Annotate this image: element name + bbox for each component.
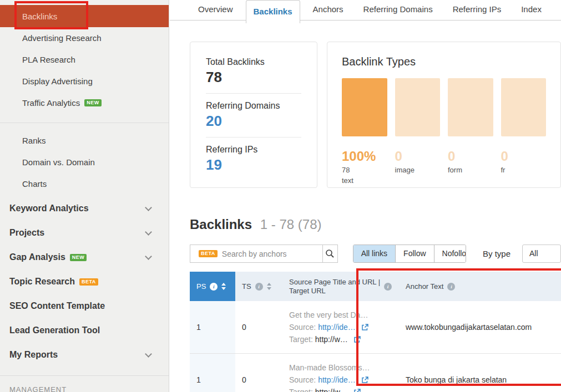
metric-label: Referring Domains <box>206 101 301 111</box>
source-cell: Get the very best Da… Source: http://ide… <box>282 301 399 353</box>
referring-ips-value[interactable]: 19 <box>206 156 301 174</box>
info-icon[interactable]: i <box>384 283 392 291</box>
bar-value: 0 <box>501 149 547 164</box>
type-column-text[interactable]: 100% 78 text <box>342 78 387 185</box>
filter-nofollow[interactable]: Nofollow <box>434 245 466 262</box>
external-link-icon[interactable] <box>361 324 368 331</box>
sidebar-item-seo-content-template[interactable]: SEO Content Template <box>0 294 169 318</box>
source-url-link[interactable]: http://ide… <box>318 375 356 384</box>
sidebar-item-label: Charts <box>22 179 47 189</box>
info-icon[interactable]: i <box>447 283 455 291</box>
divider <box>206 137 301 138</box>
sidebar-item-display-advertising[interactable]: Display Advertising <box>0 70 169 92</box>
report-tabs: Overview Backlinks Anchors Referring Dom… <box>170 0 561 21</box>
ps-cell: 1 <box>190 301 235 353</box>
card-title: Backlink Types <box>342 55 546 68</box>
info-icon[interactable]: i <box>210 283 218 291</box>
backlinks-table: PS i TS i Source Page Title and URL | Ta… <box>190 272 561 392</box>
main-content: Overview Backlinks Anchors Referring Dom… <box>170 0 561 392</box>
sidebar-item-label: Advertising Research <box>22 33 102 43</box>
sidebar-item-backlinks[interactable]: Backlinks <box>0 5 169 27</box>
chevron-down-icon <box>145 204 152 211</box>
anchor-search: BETA <box>190 245 323 263</box>
follow-filter-group: All links Follow Nofollow <box>353 245 466 263</box>
bar-label: text <box>342 177 387 185</box>
sidebar-item-label: Keyword Analytics <box>9 203 89 213</box>
table-row: 1 0 Man-made Blossoms… Source: http://id… <box>190 354 561 392</box>
metric-label: Referring IPs <box>206 145 301 155</box>
filter-follow[interactable]: Follow <box>395 245 433 262</box>
sidebar-item-gap-analysis[interactable]: Gap Analysis NEW <box>0 245 169 269</box>
new-badge: NEW <box>84 99 102 106</box>
sidebar-item-label: Display Advertising <box>22 77 93 86</box>
tab-referring-domains[interactable]: Referring Domains <box>356 0 440 20</box>
sidebar-item-my-reports[interactable]: My Reports <box>0 343 169 367</box>
bar-value: 100% <box>342 149 387 164</box>
sidebar-item-topic-research[interactable]: Topic Research BETA <box>0 269 169 294</box>
sidebar-item-lead-generation-tool[interactable]: Lead Generation Tool <box>0 318 169 343</box>
external-link-icon[interactable] <box>353 336 361 343</box>
beta-badge: BETA <box>199 250 218 257</box>
sidebar-item-pla-research[interactable]: PLA Research <box>0 49 169 70</box>
tab-overview[interactable]: Overview <box>191 0 240 20</box>
target-url: http://w… <box>315 388 348 392</box>
search-icon <box>325 249 335 258</box>
sidebar-item-domain-vs-domain[interactable]: Domain vs. Domain <box>0 151 169 173</box>
sort-icon <box>221 283 226 290</box>
sidebar: Backlinks Advertising Research PLA Resea… <box>0 0 169 392</box>
source-page-title: Get the very best Da… <box>289 309 392 321</box>
sidebar-item-label: Backlinks <box>22 12 57 21</box>
type-column-frame[interactable]: 0 fr <box>501 78 547 185</box>
search-input[interactable] <box>222 250 322 258</box>
sidebar-item-projects[interactable]: Projects <box>0 221 169 245</box>
page-title: Backlinks 1 - 78 (78) <box>190 217 561 232</box>
ps-cell: 1 <box>190 354 235 392</box>
referring-domains-value[interactable]: 20 <box>206 113 301 130</box>
sidebar-item-label: My Reports <box>9 350 58 360</box>
external-link-icon[interactable] <box>361 376 368 384</box>
search-button[interactable] <box>322 245 338 263</box>
type-column-image[interactable]: 0 image <box>395 78 441 185</box>
anchor-text-cell: www.tokobungadijakartaselatan.com <box>399 301 561 353</box>
sidebar-item-label: Traffic Analytics <box>22 98 80 108</box>
sidebar-item-ranks[interactable]: Ranks <box>0 130 169 151</box>
sidebar-item-label: Lead Generation Tool <box>9 325 100 335</box>
chevron-down-icon <box>145 350 152 358</box>
sidebar-item-charts[interactable]: Charts <box>0 173 169 195</box>
sidebar-item-traffic-analytics[interactable]: Traffic Analytics NEW <box>0 92 169 114</box>
target-url: http://w… <box>315 335 348 344</box>
bar-form <box>448 78 493 136</box>
column-header-ts[interactable]: TS i <box>235 272 282 301</box>
column-header-anchor[interactable]: Anchor Text i <box>399 272 561 301</box>
filter-toolbar: BETA All links Follow Nofollow By type A… <box>190 245 561 263</box>
sidebar-group-management: MANAGEMENT <box>0 385 169 392</box>
divider <box>206 93 301 94</box>
sidebar-item-keyword-analytics[interactable]: Keyword Analytics <box>0 196 169 221</box>
sidebar-item-label: SEO Content Template <box>9 301 105 311</box>
filter-all-links[interactable]: All links <box>353 245 395 262</box>
ts-cell: 0 <box>235 354 282 392</box>
column-header-source[interactable]: Source Page Title and URL | Target URL i <box>282 272 399 301</box>
backlink-types-chart: 100% 78 text 0 image 0 form <box>342 78 546 185</box>
type-dropdown[interactable]: All <box>522 245 561 263</box>
summary-cards: Total Backlinks 78 Referring Domains 20 … <box>190 42 561 188</box>
table-row: 1 0 Get the very best Da… Source: http:/… <box>190 301 561 354</box>
tab-referring-ips[interactable]: Referring IPs <box>446 0 509 20</box>
type-column-form[interactable]: 0 form <box>448 78 493 185</box>
backlinks-heading: Backlinks <box>190 217 252 232</box>
bar-label: form <box>448 166 493 175</box>
column-header-ps[interactable]: PS i <box>190 272 235 301</box>
tab-indexed-pages[interactable]: Index <box>514 0 549 20</box>
bar-label: image <box>395 166 441 175</box>
totals-card: Total Backlinks 78 Referring Domains 20 … <box>190 42 317 188</box>
sort-icon <box>267 283 271 290</box>
tab-backlinks[interactable]: Backlinks <box>246 0 300 23</box>
sidebar-item-advertising-research[interactable]: Advertising Research <box>0 27 169 49</box>
bar-label: fr <box>501 166 547 175</box>
info-icon[interactable]: i <box>255 283 263 291</box>
external-link-icon[interactable] <box>353 389 361 392</box>
chevron-down-icon <box>145 253 152 260</box>
source-url-link[interactable]: http://ide… <box>318 323 356 332</box>
bar-count: 78 <box>342 166 387 175</box>
tab-anchors[interactable]: Anchors <box>306 0 351 20</box>
